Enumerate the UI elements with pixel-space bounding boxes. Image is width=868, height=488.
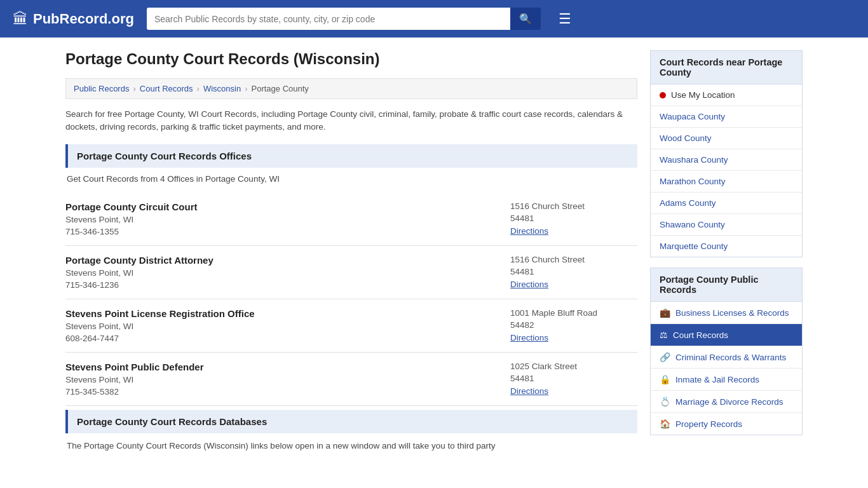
office-zip-2: 54481: [510, 267, 637, 276]
breadcrumb-sep-1: ›: [133, 84, 135, 93]
office-zip-3: 54482: [510, 320, 637, 330]
breadcrumb-sep-3: ›: [245, 84, 247, 93]
sidebar-nearby-section: Court Records near Portage County Use My…: [650, 50, 803, 257]
office-entry-1: Portage County Circuit Court Stevens Poi…: [65, 193, 637, 246]
marriage-records-link: Marriage & Divorce Records: [675, 397, 783, 407]
sidebar-item-adams[interactable]: Adams County: [651, 193, 802, 214]
sidebar-item-shawano[interactable]: Shawano County: [651, 214, 802, 236]
databases-section-header: Portage County Court Records Databases: [65, 410, 637, 433]
office-address-1: 1516 Church Street: [510, 201, 637, 211]
waushara-county-link: Waushara County: [660, 155, 728, 165]
office-entry-4: Stevens Point Public Defender Stevens Po…: [65, 353, 637, 406]
sidebar-public-records-section: Portage County Public Records 💼 Business…: [650, 268, 803, 435]
main-content: Portage County Court Records (Wisconsin)…: [65, 50, 637, 452]
breadcrumb-sep-2: ›: [197, 84, 200, 93]
office-city-3: Stevens Point, WI: [65, 322, 510, 331]
logo-icon: 🏛: [13, 10, 28, 28]
house-icon: 🏠: [660, 419, 670, 429]
office-left-1: Portage County Circuit Court Stevens Poi…: [65, 201, 510, 236]
office-address-3: 1001 Maple Bluff Road: [510, 308, 637, 318]
business-licenses-link: Business Licenses & Records: [675, 308, 789, 318]
site-logo[interactable]: 🏛 PubRecord.org: [13, 10, 134, 28]
office-left-3: Stevens Point License Registration Offic…: [65, 308, 510, 343]
page-description: Search for free Portage County, WI Court…: [65, 108, 637, 134]
search-area: 🔍: [147, 8, 541, 30]
sidebar-item-inmate-records[interactable]: 🔒 Inmate & Jail Records: [651, 369, 802, 391]
office-phone-2: 715-346-1236: [65, 280, 510, 290]
court-records-label: Court Records: [673, 330, 728, 340]
site-header: 🏛 PubRecord.org 🔍 ☰: [0, 0, 868, 37]
waupaca-county-link: Waupaca County: [660, 112, 725, 121]
office-left-2: Portage County District Attorney Stevens…: [65, 255, 510, 290]
directions-link-2[interactable]: Directions: [510, 280, 548, 289]
directions-link-3[interactable]: Directions: [510, 333, 548, 342]
databases-section: Portage County Court Records Databases T…: [65, 410, 637, 452]
sidebar: Court Records near Portage County Use My…: [650, 50, 803, 452]
sidebar-item-court-records[interactable]: ⚖ Court Records: [651, 324, 802, 346]
office-address-4: 1025 Clark Street: [510, 362, 637, 371]
search-button[interactable]: 🔍: [510, 8, 541, 30]
sidebar-item-criminal-records[interactable]: 🔗 Criminal Records & Warrants: [651, 346, 802, 369]
sidebar-item-marriage-records[interactable]: 💍 Marriage & Divorce Records: [651, 391, 802, 413]
sidebar-item-property-records[interactable]: 🏠 Property Records: [651, 413, 802, 435]
office-city-2: Stevens Point, WI: [65, 268, 510, 278]
criminal-records-link: Criminal Records & Warrants: [675, 353, 786, 362]
offices-sub-description: Get Court Records from 4 Offices in Port…: [65, 174, 637, 184]
chain-icon: 🔗: [660, 352, 670, 362]
office-left-4: Stevens Point Public Defender Stevens Po…: [65, 362, 510, 396]
breadcrumb: Public Records › Court Records › Wiscons…: [65, 78, 637, 99]
briefcase-icon: 💼: [660, 308, 670, 318]
marquette-county-link: Marquette County: [660, 241, 728, 251]
breadcrumb-court-records[interactable]: Court Records: [140, 84, 193, 93]
main-container: Portage County Court Records (Wisconsin)…: [53, 37, 815, 465]
office-phone-4: 715-345-5382: [65, 387, 510, 396]
breadcrumb-public-records[interactable]: Public Records: [74, 84, 129, 93]
use-location-item[interactable]: Use My Location: [651, 85, 802, 106]
sidebar-item-waupaca[interactable]: Waupaca County: [651, 106, 802, 128]
office-right-2: 1516 Church Street 54481 Directions: [510, 255, 637, 290]
offices-section-header: Portage County Court Records Offices: [65, 144, 637, 168]
search-icon: 🔍: [519, 13, 532, 24]
office-phone-3: 608-264-7447: [65, 334, 510, 343]
breadcrumb-portage-county: Portage County: [252, 84, 309, 93]
office-city-4: Stevens Point, WI: [65, 375, 510, 384]
location-dot-icon: [660, 92, 666, 98]
databases-description: The Portage County Court Records (Wiscon…: [65, 440, 637, 452]
property-records-link: Property Records: [675, 419, 742, 429]
office-entry-2: Portage County District Attorney Stevens…: [65, 246, 637, 299]
inmate-records-link: Inmate & Jail Records: [675, 375, 759, 384]
sidebar-item-marathon[interactable]: Marathon County: [651, 171, 802, 193]
hamburger-icon: ☰: [559, 11, 571, 27]
scales-icon: ⚖: [660, 330, 668, 340]
ring-icon: 💍: [660, 396, 670, 407]
adams-county-link: Adams County: [660, 198, 716, 208]
office-right-4: 1025 Clark Street 54481 Directions: [510, 362, 637, 396]
lock-icon: 🔒: [660, 374, 670, 384]
office-right-1: 1516 Church Street 54481 Directions: [510, 201, 637, 236]
sidebar-item-marquette[interactable]: Marquette County: [651, 236, 802, 257]
breadcrumb-wisconsin[interactable]: Wisconsin: [203, 84, 241, 93]
logo-text: PubRecord.org: [33, 11, 134, 27]
use-location-label: Use My Location: [671, 90, 735, 100]
directions-link-1[interactable]: Directions: [510, 226, 548, 236]
office-name-4: Stevens Point Public Defender: [65, 362, 510, 372]
sidebar-nearby-header: Court Records near Portage County: [651, 51, 802, 85]
sidebar-item-wood[interactable]: Wood County: [651, 128, 802, 149]
office-address-2: 1516 Church Street: [510, 255, 637, 264]
office-entry-3: Stevens Point License Registration Offic…: [65, 299, 637, 353]
office-zip-1: 54481: [510, 214, 637, 223]
office-name-1: Portage County Circuit Court: [65, 201, 510, 212]
sidebar-public-records-header: Portage County Public Records: [651, 268, 802, 302]
sidebar-item-waushara[interactable]: Waushara County: [651, 149, 802, 171]
office-name-2: Portage County District Attorney: [65, 255, 510, 266]
sidebar-item-business-licenses[interactable]: 💼 Business Licenses & Records: [651, 302, 802, 324]
search-input[interactable]: [147, 8, 510, 30]
menu-button[interactable]: ☰: [553, 8, 576, 30]
office-name-3: Stevens Point License Registration Offic…: [65, 308, 510, 319]
directions-link-4[interactable]: Directions: [510, 386, 548, 396]
office-right-3: 1001 Maple Bluff Road 54482 Directions: [510, 308, 637, 343]
marathon-county-link: Marathon County: [660, 177, 726, 186]
page-title: Portage County Court Records (Wisconsin): [65, 50, 637, 68]
office-zip-4: 54481: [510, 374, 637, 383]
office-city-1: Stevens Point, WI: [65, 215, 510, 224]
